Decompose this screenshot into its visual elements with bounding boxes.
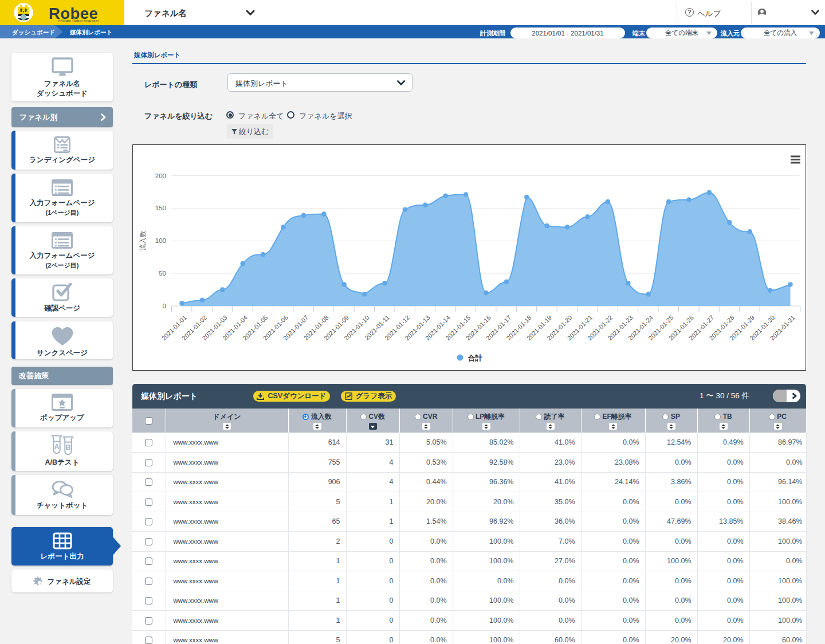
svg-text:100: 100 bbox=[155, 237, 166, 244]
svg-text:150: 150 bbox=[155, 205, 166, 211]
svg-text:200: 200 bbox=[155, 172, 166, 179]
svg-text:B: B bbox=[65, 443, 70, 451]
svg-text:0: 0 bbox=[163, 303, 166, 309]
svg-text:流入数: 流入数 bbox=[139, 230, 146, 250]
svg-text:A: A bbox=[54, 443, 59, 451]
svg-text:50: 50 bbox=[159, 270, 166, 277]
svg-text:合計: 合計 bbox=[467, 354, 483, 362]
